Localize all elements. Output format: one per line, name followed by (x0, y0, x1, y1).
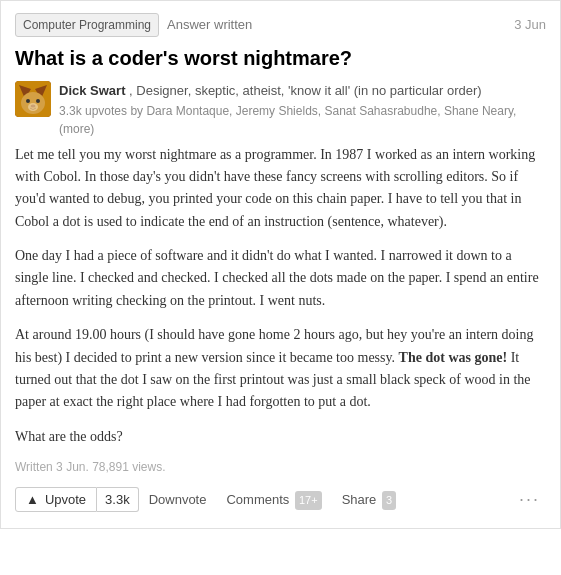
paragraph-3-bold: The dot was gone! (399, 350, 508, 365)
share-badge: 3 (382, 491, 396, 510)
upvote-button[interactable]: ▲ Upvote (15, 487, 97, 512)
paragraph-1: Let me tell you my worst nightmare as a … (15, 144, 546, 234)
author-name[interactable]: Dick Swart (59, 83, 125, 98)
more-link[interactable]: (more) (59, 122, 94, 136)
author-description: , Designer, skeptic, atheist, 'know it a… (129, 83, 482, 98)
paragraph-4: What are the odds? (15, 426, 546, 448)
upvotes-line: 3.3k upvotes by Dara Montaque, Jeremy Sh… (59, 102, 546, 138)
body-text: Let me tell you my worst nightmare as a … (15, 144, 546, 449)
meta-line: Written 3 Jun. 78,891 views. (15, 458, 546, 476)
author-name-desc: Dick Swart , Designer, skeptic, atheist,… (59, 81, 546, 101)
downvote-button[interactable]: Downvote (139, 486, 217, 514)
author-row: Dick Swart , Designer, skeptic, atheist,… (15, 81, 546, 138)
paragraph-3: At around 19.00 hours (I should have gon… (15, 324, 546, 414)
svg-point-7 (28, 103, 38, 111)
share-label: Share (342, 492, 377, 507)
avatar (15, 81, 51, 117)
answer-card: Computer Programming Answer written 3 Ju… (0, 0, 561, 529)
question-title: What is a coder's worst nightmare? (15, 45, 546, 71)
answer-written-label: Answer written (167, 15, 252, 35)
action-bar: ▲ Upvote 3.3k Downvote Comments 17+ Shar… (15, 486, 546, 514)
svg-point-4 (26, 99, 30, 103)
topic-tag[interactable]: Computer Programming (15, 13, 159, 37)
comments-badge: 17+ (295, 491, 322, 510)
views-count: 78,891 views. (92, 460, 165, 474)
answer-date: 3 Jun (514, 15, 546, 35)
more-options-button[interactable]: ··· (513, 486, 546, 513)
written-label: Written 3 Jun. (15, 460, 89, 474)
paragraph-2: One day I had a piece of software and it… (15, 245, 546, 312)
upvote-arrow-icon: ▲ (26, 492, 39, 507)
svg-point-5 (36, 99, 40, 103)
author-info: Dick Swart , Designer, skeptic, atheist,… (59, 81, 546, 138)
top-meta: Computer Programming Answer written (15, 13, 252, 37)
upvote-count-button[interactable]: 3.3k (97, 487, 139, 512)
top-bar: Computer Programming Answer written 3 Ju… (15, 13, 546, 37)
share-button[interactable]: Share 3 (332, 486, 406, 514)
upvote-label: Upvote (45, 492, 86, 507)
comments-label: Comments (226, 492, 289, 507)
comments-button[interactable]: Comments 17+ (216, 486, 331, 514)
